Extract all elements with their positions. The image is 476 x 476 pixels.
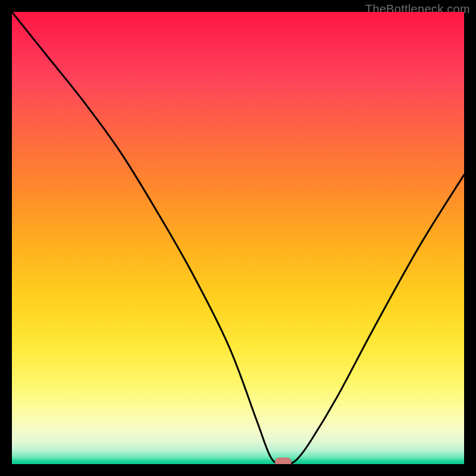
bottleneck-curve: [12, 12, 464, 464]
curve-svg: [12, 12, 464, 464]
chart-frame: TheBottleneck.com: [0, 0, 476, 476]
plot-area: [12, 12, 464, 464]
optimal-marker: [275, 458, 292, 464]
